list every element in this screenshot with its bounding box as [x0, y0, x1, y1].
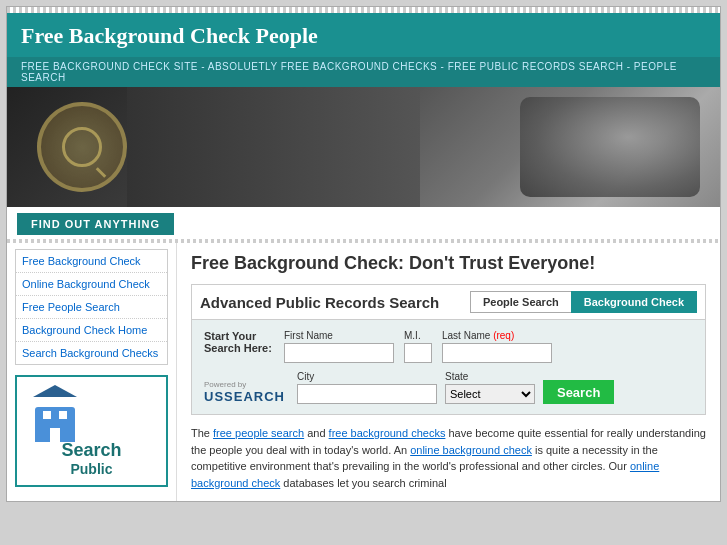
sidebar-link-free-people[interactable]: Free People Search [16, 296, 167, 318]
sidebar-box-title1: Search [25, 440, 158, 461]
input-last-name[interactable] [442, 343, 552, 363]
tab-people-search[interactable]: People Search [470, 291, 571, 313]
sidebar-nav: Free Background Check Online Background … [15, 249, 168, 365]
start-label-1: Start Your [204, 330, 274, 342]
field-label-last: Last Name (req) [442, 330, 552, 341]
sidebar-item-search-bg[interactable]: Search Background Checks [16, 342, 167, 364]
adv-label: Advanced Public Records Search [200, 294, 470, 311]
content-area: Free Background Check Online Background … [7, 243, 720, 501]
tab-background-check[interactable]: Background Check [571, 291, 697, 313]
link-bg-checks[interactable]: free background checks [329, 427, 446, 439]
start-label-2: Search Here: [204, 342, 274, 354]
nav-bar: FREE BACKGROUND CHECK SITE - ABSOLUETLY … [7, 57, 720, 87]
search-panel-header: Advanced Public Records Search People Se… [192, 285, 705, 320]
find-bar: FIND OUT ANYTHING [17, 213, 174, 235]
sidebar-box: Search Public [15, 375, 168, 487]
sidebar-link-free-bg[interactable]: Free Background Check [16, 250, 167, 272]
select-state[interactable]: Select ALAKAZCA FLNYTX [445, 384, 535, 404]
sidebar-item-online-bg[interactable]: Online Background Check [16, 273, 167, 296]
main-content: Free Background Check: Don't Trust Every… [177, 243, 720, 501]
search-panel: Advanced Public Records Search People Se… [191, 284, 706, 415]
sidebar-box-title2: Public [25, 461, 158, 477]
input-first-name[interactable] [284, 343, 394, 363]
desc-text: The free people search and free backgrou… [191, 425, 706, 491]
sidebar-link-bg-home[interactable]: Background Check Home [16, 319, 167, 341]
field-label-first: First Name [284, 330, 394, 341]
hero-image [7, 87, 720, 207]
field-label-mi: M.I. [404, 330, 432, 341]
sidebar-item-bg-home[interactable]: Background Check Home [16, 319, 167, 342]
sidebar-link-online-bg[interactable]: Online Background Check [16, 273, 167, 295]
main-container: Free Background Check People FREE BACKGR… [6, 6, 721, 502]
building-icon [25, 385, 85, 440]
field-label-state: State [445, 371, 535, 382]
sidebar-item-free-bg[interactable]: Free Background Check [16, 250, 167, 273]
site-title: Free Background Check People [21, 23, 706, 49]
outer-wrapper: Free Background Check People FREE BACKGR… [0, 0, 727, 508]
link-online-bg2[interactable]: online background check [191, 460, 659, 489]
req-marker: (req) [493, 330, 514, 341]
magnify-icon [37, 102, 127, 192]
sidebar: Free Background Check Online Background … [7, 243, 177, 501]
page-heading: Free Background Check: Don't Trust Every… [191, 253, 706, 274]
field-label-city: City [297, 371, 437, 382]
search-button[interactable]: Search [543, 380, 614, 404]
sidebar-link-search-bg[interactable]: Search Background Checks [16, 342, 167, 364]
powered-by-label: Powered by [204, 380, 285, 389]
site-header: Free Background Check People [7, 13, 720, 57]
input-mi[interactable] [404, 343, 432, 363]
sidebar-item-free-people[interactable]: Free People Search [16, 296, 167, 319]
link-people-search[interactable]: free people search [213, 427, 304, 439]
find-bar-wrapper: FIND OUT ANYTHING [7, 207, 720, 239]
search-form: Start Your Search Here: First Name M.I. [192, 320, 705, 414]
link-online-bg[interactable]: online background check [410, 444, 532, 456]
input-city[interactable] [297, 384, 437, 404]
ussearch-label: USSEARCH [204, 389, 285, 404]
